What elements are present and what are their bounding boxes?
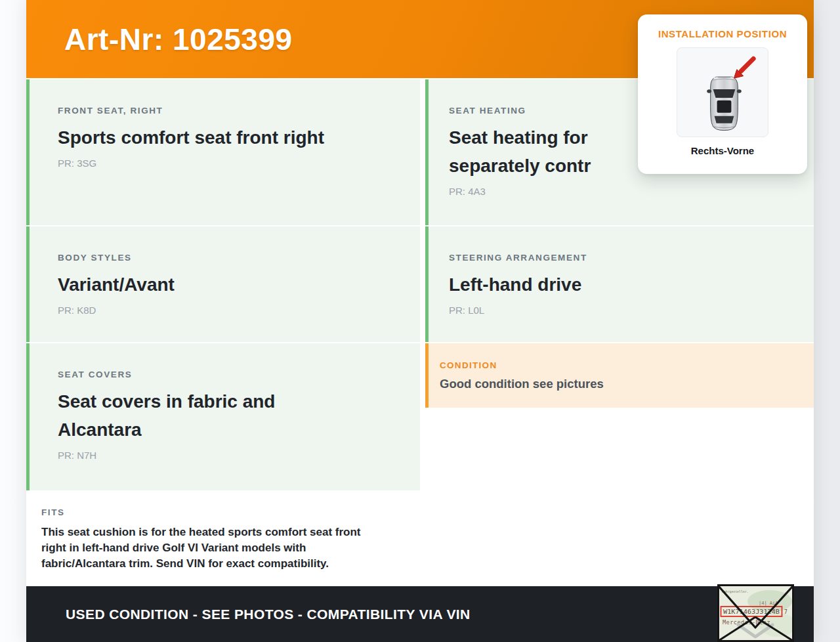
footer-banner: USED CONDITION - SEE PHOTOS - COMPATIBIL…	[26, 586, 814, 642]
card-title: Sports comfort seat front right	[58, 123, 363, 152]
fits-description: This seat cushion is for the heated spor…	[41, 524, 384, 572]
vin-document-image: Fahrgestellnr. |4| AiA W1K71463J3124B 7 …	[717, 584, 794, 642]
card-fits: FITS This seat cushion is for the heated…	[26, 492, 420, 585]
card-label: FRONT SEAT, RIGHT	[58, 106, 400, 116]
car-body	[707, 77, 742, 130]
car-position-image	[677, 47, 768, 137]
card-seat-covers: SEAT COVERS Seat covers in fabric and Al…	[26, 343, 420, 490]
card-body-styles: BODY STYLES Variant/Avant PR: K8D	[26, 226, 420, 342]
vin-suffix: 7	[784, 609, 788, 615]
card-steering: STEERING ARRANGEMENT Left-hand drive PR:…	[425, 226, 814, 342]
footer-text: USED CONDITION - SEE PHOTOS - COMPATIBIL…	[26, 607, 471, 622]
card-title: Seat covers in fabric and Alcantara	[58, 387, 363, 444]
condition-value: Good condition see pictures	[440, 377, 801, 391]
card-label: STEERING ARRANGEMENT	[449, 253, 801, 263]
product-sheet: Art-Nr: 1025399 FRONT SEAT, RIGHT Sports…	[0, 0, 840, 642]
pr-code: PR: 4A3	[449, 186, 801, 197]
article-number-title: Art-Nr: 1025399	[26, 22, 293, 57]
card-title: Variant/Avant	[58, 270, 363, 299]
card-label: CONDITION	[440, 360, 801, 370]
installation-position-value: Rechts-Vorne	[638, 145, 807, 156]
installation-position-label: INSTALLATION POSITION	[638, 28, 807, 39]
card-label: FITS	[41, 507, 400, 517]
pr-code: PR: K8D	[58, 305, 400, 316]
installation-position-card: INSTALLATION POSITION	[638, 14, 807, 174]
card-condition: CONDITION Good condition see pictures	[425, 343, 814, 408]
card-title: Left-hand drive	[449, 270, 754, 299]
pr-code: PR: 3SG	[58, 158, 400, 169]
pr-code: PR: L0L	[449, 305, 801, 316]
envelope-icon: Fahrgestellnr. |4| AiA W1K71463J3124B 7 …	[717, 584, 794, 642]
pr-code: PR: N7H	[58, 450, 400, 461]
card-label: BODY STYLES	[58, 253, 400, 263]
card-label: SEAT COVERS	[58, 370, 400, 379]
red-arrow-down-left-icon	[734, 58, 753, 78]
card-front-seat: FRONT SEAT, RIGHT Sports comfort seat fr…	[26, 79, 420, 225]
car-top-view-icon	[677, 48, 768, 137]
